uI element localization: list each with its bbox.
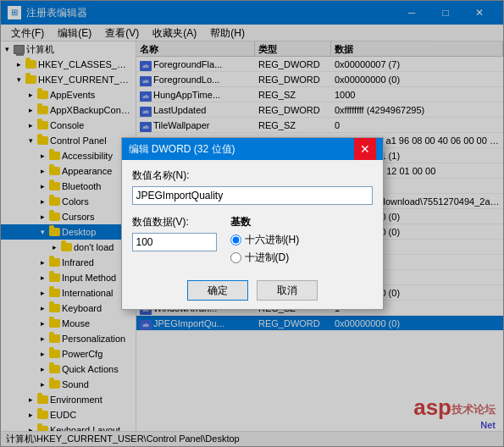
value-label: 数值数据(V): [132, 215, 217, 229]
dword-dialog: 编辑 DWORD (32 位值) ✕ 数值名称(N): 数值数据(V): 基数 … [121, 137, 384, 310]
dialog-close-button[interactable]: ✕ [354, 138, 376, 160]
dialog-body: 数值名称(N): 数值数据(V): 基数 十六进制(H) 十进制(D) [122, 160, 383, 273]
modal-overlay: 编辑 DWORD (32 位值) ✕ 数值名称(N): 数值数据(V): 基数 … [0, 0, 504, 447]
dec-radio[interactable] [230, 252, 241, 263]
dec-radio-group[interactable]: 十进制(D) [230, 251, 373, 265]
hex-radio-group[interactable]: 十六进制(H) [230, 233, 373, 247]
hex-label: 十六进制(H) [245, 233, 300, 247]
dialog-titlebar: 编辑 DWORD (32 位值) ✕ [122, 138, 383, 160]
name-label: 数值名称(N): [132, 168, 373, 183]
dec-label: 十进制(D) [245, 251, 290, 265]
base-label: 基数 [230, 215, 373, 229]
dialog-footer: 确定 取消 [122, 273, 383, 309]
dialog-title: 编辑 DWORD (32 位值) [129, 142, 354, 157]
hex-radio[interactable] [230, 235, 241, 246]
value-input[interactable] [132, 233, 217, 251]
cancel-button[interactable]: 取消 [257, 280, 318, 301]
ok-button[interactable]: 确定 [187, 280, 248, 301]
name-input[interactable] [132, 186, 373, 205]
